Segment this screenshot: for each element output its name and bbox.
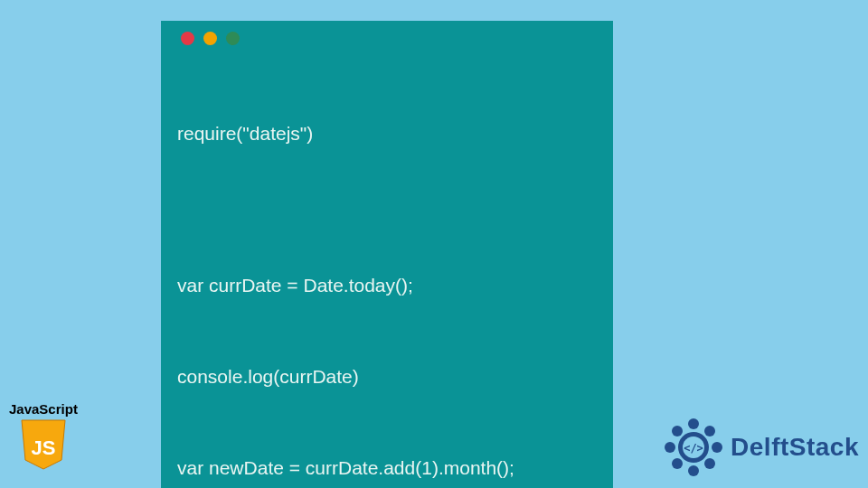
javascript-badge: JavaScript JS: [9, 401, 78, 474]
svg-point-0: [688, 418, 699, 429]
code-line: require("datejs"): [177, 118, 597, 149]
code-window: require("datejs") var currDate = Date.to…: [161, 21, 613, 488]
code-line: console.log(currDate): [177, 361, 597, 392]
svg-point-3: [704, 458, 715, 469]
code-body: require("datejs") var currDate = Date.to…: [177, 58, 597, 488]
close-icon: [181, 32, 194, 45]
maximize-icon: [226, 32, 240, 45]
window-controls: [181, 32, 597, 45]
javascript-label: JavaScript: [9, 401, 78, 417]
svg-point-7: [672, 426, 683, 436]
javascript-shield-icon: JS: [20, 418, 67, 471]
svg-point-4: [688, 465, 699, 476]
delftstack-logo: </> DelftStack: [662, 416, 859, 479]
svg-point-6: [665, 442, 675, 453]
svg-point-2: [712, 442, 722, 453]
delftstack-icon: </>: [662, 416, 725, 479]
code-line: var currDate = Date.today();: [177, 270, 597, 301]
svg-text:</>: </>: [684, 442, 703, 455]
code-line: var newDate = currDate.add(1).month();: [177, 453, 597, 483]
delftstack-text: DelftStack: [731, 433, 859, 462]
minimize-icon: [203, 32, 217, 45]
svg-point-5: [672, 458, 683, 469]
js-shield-letters: JS: [31, 436, 55, 459]
svg-point-1: [704, 426, 715, 436]
